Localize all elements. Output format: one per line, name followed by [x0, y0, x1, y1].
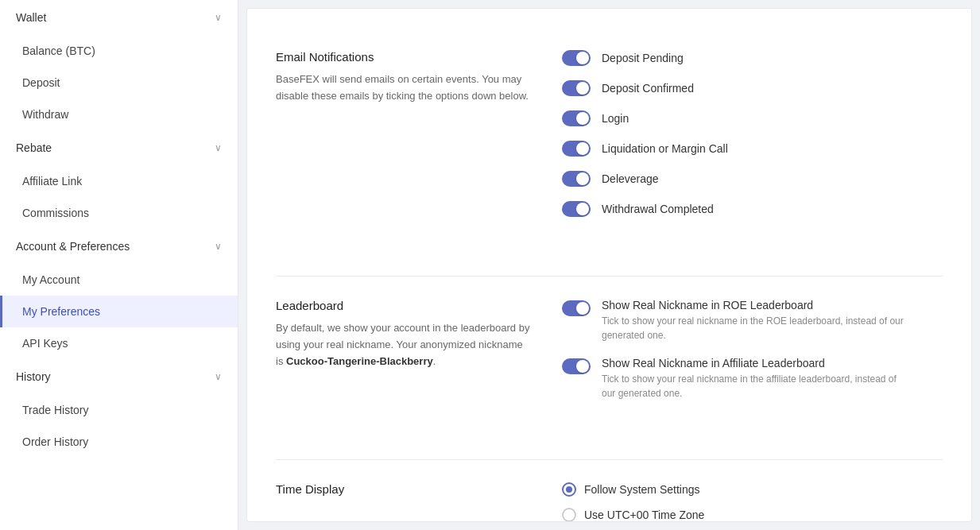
sidebar-section-rebate[interactable]: Rebate∨ [0, 130, 238, 165]
email-notifications-right: Deposit PendingDeposit ConfirmedLoginLiq… [562, 50, 943, 231]
sidebar-section-label-wallet: Wallet [16, 11, 46, 24]
leaderboard-title: Leaderboard [276, 299, 530, 312]
time-display-section: Time Display Follow System SettingsUse U… [276, 482, 943, 522]
toggle-deposit-confirmed[interactable] [562, 80, 591, 96]
chevron-wallet-icon: ∨ [215, 12, 222, 23]
main-content: Email Notifications BaseFEX will send em… [246, 8, 972, 522]
sidebar-section-account-preferences[interactable]: Account & Preferences∨ [0, 229, 238, 264]
toggle-label-withdrawal-completed: Withdrawal Completed [602, 203, 714, 215]
leaderboard-desc: By default, we show your account in the … [276, 320, 530, 369]
toggle-deleverage[interactable] [562, 171, 591, 187]
sidebar-section-label-rebate: Rebate [16, 141, 52, 154]
toggle-text-show-real-roe: Show Real Nickname in ROE LeaderboardTic… [602, 299, 904, 342]
sidebar: Wallet∨Balance (BTC)DepositWithdrawRebat… [0, 0, 238, 530]
toggle-row-deposit-confirmed: Deposit Confirmed [562, 80, 943, 96]
toggle-label-login: Login [602, 112, 629, 125]
sidebar-item-trade-history[interactable]: Trade History [0, 394, 238, 426]
toggle-row-login: Login [562, 110, 943, 126]
radio-label-follow-system: Follow System Settings [584, 483, 700, 496]
sidebar-item-order-history[interactable]: Order History [0, 426, 238, 458]
toggle-row-show-real-roe: Show Real Nickname in ROE LeaderboardTic… [562, 299, 943, 342]
email-notifications-section: Email Notifications BaseFEX will send em… [276, 50, 943, 253]
toggle-withdrawal-completed[interactable] [562, 201, 591, 217]
sidebar-section-label-history: History [16, 370, 51, 383]
email-notifications-desc: BaseFEX will send emails on certain even… [276, 72, 530, 105]
chevron-history-icon: ∨ [215, 371, 222, 382]
sidebar-item-my-account[interactable]: My Account [0, 264, 238, 296]
email-notifications-left: Email Notifications BaseFEX will send em… [276, 50, 530, 231]
divider-1 [276, 276, 943, 277]
toggle-login[interactable] [562, 110, 591, 126]
toggle-row-withdrawal-completed: Withdrawal Completed [562, 201, 943, 217]
toggle-label-deposit-pending: Deposit Pending [602, 52, 684, 64]
time-display-right: Follow System SettingsUse UTC+00 Time Zo… [562, 482, 943, 522]
radio-follow-system[interactable] [562, 482, 576, 497]
radio-row-follow-system[interactable]: Follow System Settings [562, 482, 943, 497]
toggle-row-liquidation-margin: Liquidation or Margin Call [562, 141, 943, 157]
time-display-title: Time Display [276, 482, 530, 496]
email-notifications-title: Email Notifications [276, 50, 530, 64]
sidebar-item-commissions[interactable]: Commissions [0, 197, 238, 229]
toggle-row-deposit-pending: Deposit Pending [562, 50, 943, 66]
chevron-rebate-icon: ∨ [215, 142, 222, 153]
time-display-left: Time Display [276, 482, 530, 522]
radio-row-use-utc[interactable]: Use UTC+00 Time Zone [562, 508, 943, 522]
sidebar-section-label-account-preferences: Account & Preferences [16, 240, 130, 253]
leaderboard-section: Leaderboard By default, we show your acc… [276, 299, 943, 437]
toggle-row-show-real-affiliate: Show Real Nickname in Affiliate Leaderbo… [562, 357, 943, 400]
sidebar-item-deposit[interactable]: Deposit [0, 67, 238, 99]
toggle-label-deleverage: Deleverage [602, 172, 659, 185]
toggle-liquidation-margin[interactable] [562, 141, 591, 157]
sidebar-section-wallet[interactable]: Wallet∨ [0, 0, 238, 35]
divider-2 [276, 459, 943, 460]
toggle-label-show-real-roe: Show Real Nickname in ROE Leaderboard [602, 299, 904, 311]
radio-label-use-utc: Use UTC+00 Time Zone [584, 509, 704, 521]
sidebar-item-api-keys[interactable]: API Keys [0, 327, 238, 359]
sidebar-item-my-preferences[interactable]: My Preferences [0, 296, 238, 327]
toggle-label-deposit-confirmed: Deposit Confirmed [602, 82, 694, 95]
toggle-label-liquidation-margin: Liquidation or Margin Call [602, 142, 728, 155]
toggle-label-show-real-affiliate: Show Real Nickname in Affiliate Leaderbo… [602, 357, 904, 369]
radio-use-utc[interactable] [562, 508, 576, 522]
toggle-show-real-roe[interactable] [562, 300, 591, 316]
sidebar-section-history[interactable]: History∨ [0, 359, 238, 394]
toggle-text-show-real-affiliate: Show Real Nickname in Affiliate Leaderbo… [602, 357, 904, 400]
toggle-sublabel-show-real-affiliate: Tick to show your real nickname in the a… [602, 372, 904, 400]
leaderboard-right: Show Real Nickname in ROE LeaderboardTic… [562, 299, 943, 415]
toggle-deposit-pending[interactable] [562, 50, 591, 66]
sidebar-item-balance-btc[interactable]: Balance (BTC) [0, 35, 238, 67]
sidebar-item-affiliate-link[interactable]: Affiliate Link [0, 165, 238, 197]
chevron-account-preferences-icon: ∨ [215, 241, 222, 252]
toggle-row-deleverage: Deleverage [562, 171, 943, 187]
toggle-show-real-affiliate[interactable] [562, 358, 591, 374]
leaderboard-left: Leaderboard By default, we show your acc… [276, 299, 530, 415]
toggle-sublabel-show-real-roe: Tick to show your real nickname in the R… [602, 314, 904, 342]
sidebar-item-withdraw[interactable]: Withdraw [0, 99, 238, 130]
